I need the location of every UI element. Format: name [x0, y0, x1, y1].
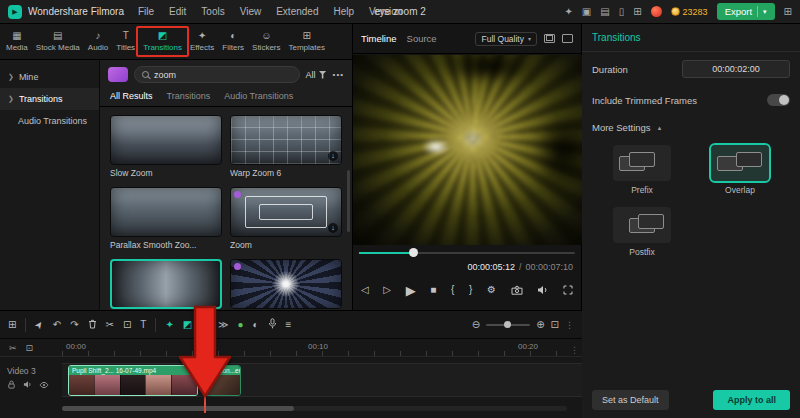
panel-resize-handle[interactable]: ⋮	[570, 345, 579, 355]
transition-thumbnail[interactable]: ↓	[230, 187, 342, 237]
split-screen-icon[interactable]	[544, 34, 555, 43]
apply-to-all-button[interactable]: Apply to all	[713, 390, 790, 410]
tab-source-preview[interactable]: Source	[407, 33, 437, 44]
tab-audio-transitions-results[interactable]: Audio Transitions	[224, 91, 293, 101]
tab-titles[interactable]: T Titles	[112, 31, 139, 52]
fullscreen-icon[interactable]	[563, 285, 573, 295]
layout-grid-icon[interactable]: ⊞	[8, 320, 16, 330]
fit-timeline-icon[interactable]: ⊡	[551, 320, 559, 330]
phone-mirror-icon[interactable]: ▯	[619, 7, 625, 17]
search-box[interactable]	[134, 66, 300, 83]
transition-thumbnail[interactable]: ↓	[230, 115, 342, 165]
seek-bar[interactable]	[359, 252, 575, 254]
transition-item-zoom[interactable]: ↓ Zoom	[230, 187, 342, 250]
search-input[interactable]	[154, 70, 292, 80]
overlap-thumbnail[interactable]	[711, 145, 769, 181]
menu-extended[interactable]: Extended	[276, 6, 318, 17]
transition-thumbnail[interactable]	[230, 259, 342, 309]
dual-screen-icon[interactable]: ⊞	[633, 7, 641, 17]
tab-transitions[interactable]: ◩ Transitions	[139, 31, 186, 52]
tab-filters[interactable]: ◐ Filters	[218, 31, 248, 52]
tab-all-results[interactable]: All Results	[110, 91, 153, 101]
stop-button[interactable]: ■	[430, 285, 436, 295]
duration-input[interactable]: 00:00:02:00	[682, 60, 790, 78]
next-frame-icon[interactable]: ▷	[383, 285, 391, 295]
hide-track-icon[interactable]	[39, 380, 49, 391]
menu-tools[interactable]: Tools	[201, 6, 224, 17]
tab-effects[interactable]: ✦ Effects	[186, 31, 218, 52]
keyboard-shortcut-icon[interactable]: ▤	[600, 7, 609, 17]
previous-frame-icon[interactable]: ◁	[361, 285, 369, 295]
timeline-scrollbar[interactable]	[62, 406, 567, 411]
menu-file[interactable]: File	[138, 6, 154, 17]
record-mic-icon[interactable]	[268, 318, 277, 331]
user-avatar[interactable]	[651, 6, 662, 17]
gift-icon[interactable]: ✦	[564, 7, 572, 17]
magic-wand-icon[interactable]: ✦	[165, 320, 173, 330]
mode-prefix[interactable]: Prefix	[596, 145, 688, 195]
more-settings-row[interactable]: More Settings ▴	[582, 114, 800, 141]
chroma-key-icon[interactable]: ●	[237, 320, 243, 330]
crop-icon[interactable]: ⊡	[123, 320, 131, 330]
transition-item-lens-zoom[interactable]: Lens Zoom	[110, 259, 222, 310]
tab-timeline-preview[interactable]: Timeline	[361, 33, 397, 44]
scrollbar-thumb[interactable]	[62, 406, 294, 411]
mute-track-icon[interactable]	[23, 380, 32, 391]
trimmed-frames-toggle[interactable]	[767, 94, 790, 106]
mark-out-icon[interactable]: }	[469, 285, 472, 295]
timeline-zoom-slider[interactable]	[486, 324, 530, 326]
split-scissors-icon[interactable]: ✂	[106, 320, 114, 330]
transition-thumbnail[interactable]	[110, 115, 222, 165]
tab-audio[interactable]: ♪ Audio	[84, 31, 112, 52]
select-tool-icon[interactable]: ➤	[33, 318, 46, 331]
transition-item-parallax-smooth-zoom[interactable]: Parallax Smooth Zoo...	[110, 187, 222, 250]
text-tool-icon[interactable]: T	[140, 320, 146, 330]
quick-split-icon[interactable]: ✂	[9, 343, 17, 353]
mode-overlap[interactable]: Overlap	[694, 145, 786, 195]
export-chevron-icon[interactable]: ▾	[763, 8, 767, 16]
my-assets-button[interactable]	[108, 67, 128, 82]
toolbar-more-icon[interactable]: ⋮	[565, 320, 574, 330]
transition-item-basic-zoom-in[interactable]: Basic Zoom In	[230, 259, 342, 310]
postfix-thumbnail[interactable]	[613, 207, 671, 243]
more-options-button[interactable]: •••	[333, 70, 344, 79]
sidebar-item-audio-transitions[interactable]: Audio Transitions	[0, 110, 99, 132]
filter-dropdown[interactable]: All	[306, 70, 327, 80]
volume-icon[interactable]	[537, 285, 548, 295]
transition-thumbnail[interactable]	[110, 259, 222, 309]
snap-icon[interactable]: ⊡	[26, 343, 34, 353]
coin-balance[interactable]: 23283	[671, 7, 708, 17]
menu-edit[interactable]: Edit	[169, 6, 186, 17]
menu-view[interactable]: View	[240, 6, 262, 17]
lock-track-icon[interactable]	[7, 380, 16, 391]
set-as-default-button[interactable]: Set as Default	[592, 390, 669, 410]
zoom-out-icon[interactable]: ⊖	[472, 320, 480, 330]
transition-item-slow-zoom[interactable]: Slow Zoom	[110, 115, 222, 178]
tab-templates[interactable]: ⊞ Templates	[285, 31, 329, 52]
layout-switch-icon[interactable]: ⊞	[784, 7, 792, 17]
export-button[interactable]: Export ▾	[717, 3, 775, 20]
transition-item-warp-zoom-6[interactable]: ↓ Warp Zoom 6	[230, 115, 342, 178]
sidebar-item-transitions[interactable]: ❯ Transitions	[0, 88, 99, 110]
library-scrollbar[interactable]	[347, 170, 350, 232]
redo-icon[interactable]: ↷	[70, 320, 78, 330]
render-settings-icon[interactable]: ⚙	[487, 285, 496, 295]
mask-icon[interactable]: ◐	[253, 320, 259, 330]
mode-postfix[interactable]: Postfix	[596, 207, 688, 257]
undo-icon[interactable]: ↶	[53, 320, 61, 330]
audio-mixer-icon[interactable]: ≡	[286, 320, 292, 330]
delete-icon[interactable]	[88, 319, 97, 331]
tab-media[interactable]: ▦ Media	[2, 31, 32, 52]
prefix-thumbnail[interactable]	[613, 145, 671, 181]
mark-in-icon[interactable]: {	[451, 285, 454, 295]
menu-help[interactable]: Help	[333, 6, 354, 17]
zoom-in-icon[interactable]: ⊕	[536, 320, 544, 330]
tab-stickers[interactable]: ☺ Stickers	[248, 31, 284, 52]
sidebar-item-mine[interactable]: ❯ Mine	[0, 66, 99, 88]
seek-handle[interactable]	[409, 248, 418, 257]
transition-thumbnail[interactable]	[110, 187, 222, 237]
detach-preview-icon[interactable]	[562, 34, 573, 43]
play-button[interactable]: ▶	[406, 284, 416, 297]
tab-stock-media[interactable]: ▤ Stock Media	[32, 31, 84, 52]
quality-dropdown[interactable]: Full Quality ▾	[475, 32, 537, 46]
